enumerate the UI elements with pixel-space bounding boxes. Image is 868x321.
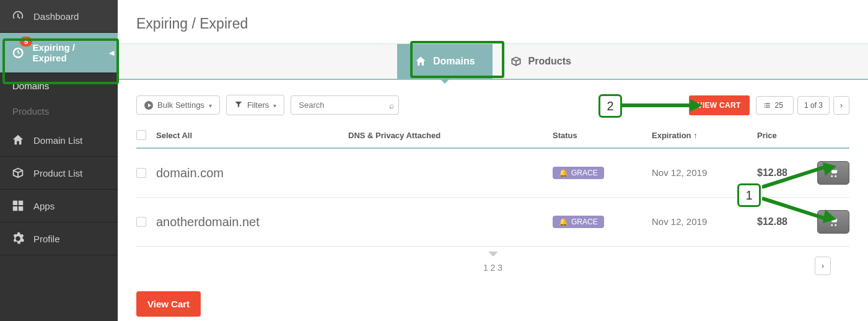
header-price: Price: [757, 131, 813, 140]
sidebar: Dashboard 5 Expiring / Expired ◀ Domains…: [0, 0, 118, 321]
add-to-cart-button[interactable]: [817, 161, 849, 185]
per-page-label: 25: [775, 101, 783, 110]
filter-icon: [234, 100, 243, 110]
gauge-icon: [11, 9, 25, 23]
tab-domains[interactable]: Domains: [397, 44, 493, 79]
tabs: Domains Products: [118, 43, 868, 80]
list-icon: [763, 101, 771, 110]
filters-button[interactable]: Filters: [226, 95, 284, 115]
sidebar-item-product-list[interactable]: Product List: [0, 157, 118, 190]
status-text: GRACE: [571, 218, 598, 226]
chevron-right-icon: ›: [840, 101, 843, 110]
header-dns: DNS & Privacy Attached: [348, 131, 553, 140]
status-badge: 🔔GRACE: [553, 167, 604, 179]
expiring-badge: 5: [20, 37, 32, 46]
chevron-left-icon: ◀: [109, 49, 114, 57]
table-header-row: Select All DNS & Privacy Attached Status…: [136, 124, 849, 149]
sidebar-label: Expiring / Expired: [33, 42, 107, 63]
select-all-checkbox[interactable]: [136, 130, 146, 140]
sidebar-item-expiring[interactable]: 5 Expiring / Expired ◀: [0, 33, 118, 73]
status-text: GRACE: [571, 169, 598, 177]
per-page-dropdown[interactable]: 25: [756, 96, 794, 115]
sidebar-item-dashboard[interactable]: Dashboard: [0, 0, 118, 33]
house-icon: [414, 55, 427, 68]
tab-products[interactable]: Products: [493, 44, 589, 79]
play-icon: [144, 101, 153, 110]
tab-label: Products: [528, 56, 571, 67]
box-icon: [510, 55, 522, 68]
row-checkbox[interactable]: [136, 217, 146, 227]
price: $12.88: [757, 167, 787, 178]
page-title: Expiring / Expired: [136, 15, 868, 32]
next-page-button[interactable]: ›: [815, 257, 831, 275]
domain-name[interactable]: anotherdomain.net: [156, 215, 260, 229]
sidebar-label: Domain List: [33, 135, 82, 146]
tab-label: Domains: [433, 56, 475, 67]
table-row: domain.com 🔔GRACE Nov 12, 2019 $12.88: [136, 149, 849, 198]
sidebar-label: Product List: [33, 168, 82, 178]
button-label: Bulk Settings: [157, 100, 204, 110]
search-input[interactable]: [291, 95, 399, 115]
caret-down-icon: [209, 100, 212, 110]
sidebar-item-domain-list[interactable]: Domain List: [0, 124, 118, 157]
bulk-settings-button[interactable]: Bulk Settings: [136, 95, 220, 115]
main-content: Expiring / Expired Domains Products Bulk…: [118, 0, 868, 321]
domain-name[interactable]: domain.com: [156, 166, 224, 180]
caret-down-icon: [273, 100, 276, 110]
bell-icon: 🔔: [559, 218, 568, 226]
header-status: Status: [553, 131, 652, 140]
sidebar-label: Apps: [33, 201, 55, 211]
expiration-date: Nov 12, 2019: [652, 216, 707, 227]
grid-icon: [11, 199, 25, 213]
cart-icon: [828, 167, 839, 178]
price: $12.88: [757, 216, 787, 227]
sidebar-sub-domains[interactable]: Domains: [0, 73, 118, 99]
chevron-right-icon: ›: [822, 262, 824, 270]
sidebar-label: Dashboard: [33, 11, 79, 22]
box-icon: [11, 166, 25, 180]
sidebar-label: Profile: [33, 234, 60, 244]
header-select-all[interactable]: Select All: [156, 131, 348, 140]
domain-table: Select All DNS & Privacy Attached Status…: [136, 124, 849, 273]
view-cart-button[interactable]: VIEW CART: [689, 95, 750, 115]
sidebar-item-apps[interactable]: Apps: [0, 190, 118, 222]
next-page-button[interactable]: ›: [833, 96, 849, 115]
gear-icon: [11, 232, 25, 245]
header-expiration[interactable]: Expiration ↑: [652, 131, 757, 140]
table-row: anotherdomain.net 🔔GRACE Nov 12, 2019 $1…: [136, 198, 849, 247]
toolbar: Bulk Settings Filters ⌕ VIEW CART 25: [118, 80, 868, 124]
pager-bottom: 1 2 3 ›: [136, 254, 849, 273]
expand-notch-icon[interactable]: [488, 252, 498, 257]
sidebar-item-profile[interactable]: Profile: [0, 222, 118, 255]
sidebar-sub-products[interactable]: Products: [0, 99, 118, 124]
house-icon: [11, 133, 25, 147]
expiration-date: Nov 12, 2019: [652, 167, 707, 178]
add-to-cart-button[interactable]: [817, 210, 849, 234]
page-position[interactable]: 1 of 3: [797, 96, 830, 115]
button-label: Filters: [247, 100, 269, 110]
cart-icon: [828, 216, 839, 227]
page-numbers[interactable]: 1 2 3: [483, 263, 502, 273]
status-badge: 🔔GRACE: [553, 216, 604, 228]
bell-icon: 🔔: [559, 169, 568, 177]
view-cart-button-bottom[interactable]: View Cart: [136, 291, 201, 317]
row-checkbox[interactable]: [136, 168, 146, 178]
clock-icon: [11, 46, 24, 59]
search-icon: ⌕: [389, 100, 394, 110]
